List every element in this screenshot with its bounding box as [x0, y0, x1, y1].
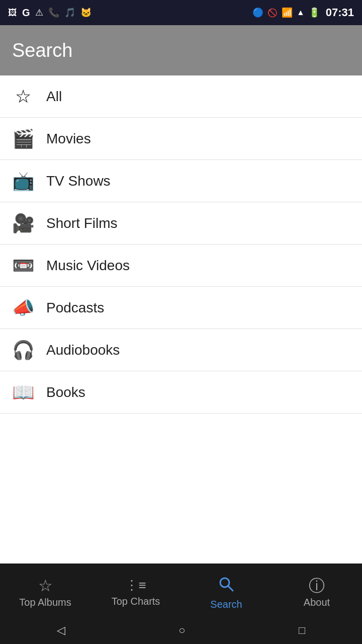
category-item-audiobooks[interactable]: 🎧 Audiobooks — [0, 329, 362, 371]
category-item-short-films[interactable]: 🎥 Short Films — [0, 202, 362, 245]
android-system-nav: ◁ ○ □ — [0, 619, 362, 644]
system-nav-bar: ☆ Top Albums ⋮≡ Top Charts Search ⓘ Abou… — [0, 564, 362, 644]
status-bar: 🖼 G ⚠ 📞 🎵 🐱 🔵 🚫 📶 ▲ 🔋 07:31 — [0, 0, 362, 25]
category-item-music-videos[interactable]: 📼 Music Videos — [0, 245, 362, 287]
google-icon: G — [22, 7, 30, 19]
nav-label-about: About — [304, 597, 330, 608]
nav-item-top-albums[interactable]: ☆ Top Albums — [0, 567, 90, 619]
category-label-tv-shows: TV Shows — [46, 173, 111, 189]
category-label-short-films: Short Films — [46, 215, 118, 231]
category-label-movies: Movies — [46, 131, 91, 147]
top-albums-icon: ☆ — [38, 578, 53, 594]
voicemail-icon: 📞 — [48, 7, 59, 18]
back-button[interactable]: ◁ — [57, 624, 65, 637]
category-item-movies[interactable]: 🎬 Movies — [0, 118, 362, 160]
nav-item-top-charts[interactable]: ⋮≡ Top Charts — [90, 567, 181, 619]
top-charts-icon: ⋮≡ — [125, 578, 146, 593]
category-icon-all: ☆ — [12, 86, 34, 107]
music-icon: 🎵 — [64, 7, 75, 18]
category-label-all: All — [46, 89, 62, 105]
category-list: ☆ All 🎬 Movies 📺 TV Shows 🎥 Short Films … — [0, 75, 362, 414]
home-button[interactable]: ○ — [178, 624, 185, 637]
warning-icon: ⚠ — [35, 7, 43, 18]
search-icon — [217, 575, 235, 596]
category-icon-movies: 🎬 — [12, 128, 34, 149]
about-icon: ⓘ — [309, 578, 325, 594]
category-icon-books: 📖 — [12, 382, 34, 403]
nav-label-top-charts: Top Charts — [112, 596, 160, 607]
category-item-tv-shows[interactable]: 📺 TV Shows — [0, 160, 362, 202]
nav-item-about[interactable]: ⓘ About — [272, 567, 362, 619]
category-icon-short-films: 🎥 — [12, 213, 34, 234]
image-icon: 🖼 — [8, 8, 17, 18]
category-label-audiobooks: Audiobooks — [46, 342, 120, 358]
nav-label-top-albums: Top Albums — [19, 597, 71, 608]
page-title: Search — [12, 40, 72, 61]
battery-icon: 🔋 — [309, 7, 320, 18]
category-icon-podcasts: 📣 — [12, 297, 34, 318]
nav-item-search[interactable]: Search — [181, 567, 272, 619]
category-item-all[interactable]: ☆ All — [0, 75, 362, 118]
category-icon-tv-shows: 📺 — [12, 171, 34, 192]
category-label-books: Books — [46, 384, 85, 400]
status-icons-left: 🖼 G ⚠ 📞 🎵 🐱 — [8, 7, 92, 19]
wifi-icon: 📶 — [282, 7, 293, 18]
status-icons-right: 🔵 🚫 📶 ▲ 🔋 07:31 — [252, 6, 354, 19]
bottom-nav-bar: ☆ Top Albums ⋮≡ Top Charts Search ⓘ Abou… — [0, 564, 362, 619]
no-signal-icon: 🚫 — [267, 8, 278, 18]
time-display: 07:31 — [326, 6, 354, 19]
nav-label-search: Search — [210, 599, 242, 610]
svg-line-1 — [228, 586, 233, 591]
bluetooth-icon: 🔵 — [252, 7, 263, 18]
category-item-podcasts[interactable]: 📣 Podcasts — [0, 287, 362, 329]
category-label-music-videos: Music Videos — [46, 258, 130, 274]
category-label-podcasts: Podcasts — [46, 300, 104, 316]
category-icon-audiobooks: 🎧 — [12, 340, 34, 361]
signal-icon: ▲ — [297, 8, 305, 17]
category-item-books[interactable]: 📖 Books — [0, 371, 362, 414]
category-icon-music-videos: 📼 — [12, 255, 34, 276]
page-header: Search — [0, 25, 362, 75]
cat-icon: 🐱 — [80, 7, 92, 18]
recents-button[interactable]: □ — [299, 624, 305, 637]
